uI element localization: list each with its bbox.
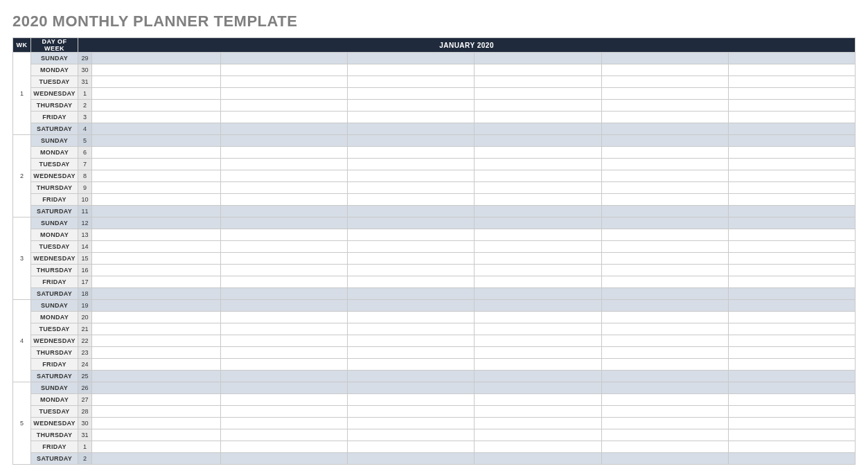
planner-cell[interactable]	[348, 217, 475, 229]
planner-cell[interactable]	[348, 359, 475, 371]
planner-cell[interactable]	[475, 441, 601, 453]
planner-cell[interactable]	[221, 112, 348, 123]
planner-cell[interactable]	[221, 265, 348, 276]
planner-cell[interactable]	[348, 406, 475, 418]
planner-cell[interactable]	[728, 88, 855, 100]
planner-cell[interactable]	[221, 64, 348, 76]
planner-cell[interactable]	[92, 123, 221, 135]
planner-cell[interactable]	[221, 359, 348, 371]
planner-cell[interactable]	[348, 194, 475, 206]
planner-cell[interactable]	[348, 64, 475, 76]
planner-cell[interactable]	[728, 394, 855, 406]
planner-cell[interactable]	[221, 170, 348, 182]
planner-cell[interactable]	[601, 312, 728, 323]
planner-cell[interactable]	[601, 217, 728, 229]
planner-cell[interactable]	[475, 100, 601, 112]
planner-cell[interactable]	[728, 441, 855, 453]
planner-cell[interactable]	[475, 347, 601, 359]
planner-cell[interactable]	[475, 253, 601, 265]
planner-cell[interactable]	[92, 382, 221, 394]
planner-cell[interactable]	[92, 100, 221, 112]
planner-cell[interactable]	[475, 147, 601, 159]
planner-cell[interactable]	[728, 159, 855, 170]
planner-cell[interactable]	[601, 382, 728, 394]
planner-cell[interactable]	[221, 453, 348, 465]
planner-cell[interactable]	[475, 288, 601, 300]
planner-cell[interactable]	[92, 170, 221, 182]
planner-cell[interactable]	[221, 406, 348, 418]
planner-cell[interactable]	[348, 382, 475, 394]
planner-cell[interactable]	[221, 135, 348, 147]
planner-cell[interactable]	[348, 441, 475, 453]
planner-cell[interactable]	[348, 453, 475, 465]
planner-cell[interactable]	[601, 406, 728, 418]
planner-cell[interactable]	[92, 229, 221, 241]
planner-cell[interactable]	[221, 312, 348, 323]
planner-cell[interactable]	[728, 300, 855, 312]
planner-cell[interactable]	[348, 323, 475, 335]
planner-cell[interactable]	[475, 194, 601, 206]
planner-cell[interactable]	[221, 371, 348, 382]
planner-cell[interactable]	[221, 206, 348, 217]
planner-cell[interactable]	[475, 418, 601, 429]
planner-cell[interactable]	[92, 453, 221, 465]
planner-cell[interactable]	[348, 135, 475, 147]
planner-cell[interactable]	[475, 241, 601, 253]
planner-cell[interactable]	[728, 265, 855, 276]
planner-cell[interactable]	[475, 323, 601, 335]
planner-cell[interactable]	[728, 217, 855, 229]
planner-cell[interactable]	[348, 100, 475, 112]
planner-cell[interactable]	[475, 300, 601, 312]
planner-cell[interactable]	[475, 159, 601, 170]
planner-cell[interactable]	[728, 276, 855, 288]
planner-cell[interactable]	[221, 88, 348, 100]
planner-cell[interactable]	[728, 170, 855, 182]
planner-cell[interactable]	[348, 88, 475, 100]
planner-cell[interactable]	[92, 288, 221, 300]
planner-cell[interactable]	[601, 182, 728, 194]
planner-cell[interactable]	[728, 135, 855, 147]
planner-cell[interactable]	[728, 382, 855, 394]
planner-cell[interactable]	[92, 194, 221, 206]
planner-cell[interactable]	[475, 182, 601, 194]
planner-cell[interactable]	[601, 347, 728, 359]
planner-cell[interactable]	[475, 206, 601, 217]
planner-cell[interactable]	[221, 159, 348, 170]
planner-cell[interactable]	[221, 382, 348, 394]
planner-cell[interactable]	[475, 359, 601, 371]
planner-cell[interactable]	[475, 453, 601, 465]
planner-cell[interactable]	[92, 217, 221, 229]
planner-cell[interactable]	[601, 359, 728, 371]
planner-cell[interactable]	[728, 347, 855, 359]
planner-cell[interactable]	[601, 429, 728, 441]
planner-cell[interactable]	[221, 323, 348, 335]
planner-cell[interactable]	[475, 265, 601, 276]
planner-cell[interactable]	[601, 170, 728, 182]
planner-cell[interactable]	[601, 418, 728, 429]
planner-cell[interactable]	[221, 394, 348, 406]
planner-cell[interactable]	[728, 429, 855, 441]
planner-cell[interactable]	[221, 147, 348, 159]
planner-cell[interactable]	[728, 112, 855, 123]
planner-cell[interactable]	[92, 265, 221, 276]
planner-cell[interactable]	[601, 88, 728, 100]
planner-cell[interactable]	[221, 441, 348, 453]
planner-cell[interactable]	[601, 229, 728, 241]
planner-cell[interactable]	[92, 300, 221, 312]
planner-cell[interactable]	[92, 323, 221, 335]
planner-cell[interactable]	[348, 371, 475, 382]
planner-cell[interactable]	[475, 135, 601, 147]
planner-cell[interactable]	[92, 53, 221, 64]
planner-cell[interactable]	[92, 88, 221, 100]
planner-cell[interactable]	[601, 53, 728, 64]
planner-cell[interactable]	[221, 347, 348, 359]
planner-cell[interactable]	[348, 241, 475, 253]
planner-cell[interactable]	[601, 371, 728, 382]
planner-cell[interactable]	[601, 64, 728, 76]
planner-cell[interactable]	[92, 253, 221, 265]
planner-cell[interactable]	[601, 123, 728, 135]
planner-cell[interactable]	[92, 429, 221, 441]
planner-cell[interactable]	[221, 229, 348, 241]
planner-cell[interactable]	[348, 206, 475, 217]
planner-cell[interactable]	[92, 347, 221, 359]
